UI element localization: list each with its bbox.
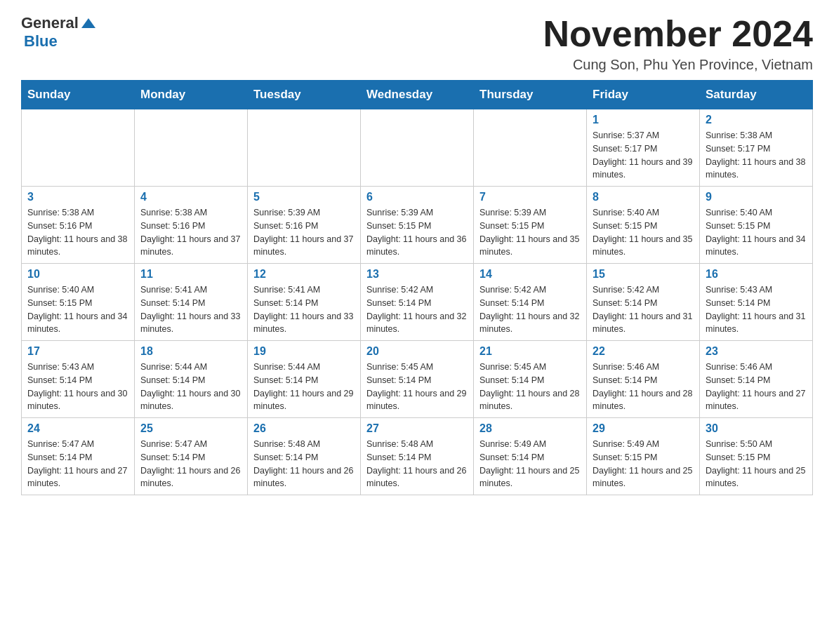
weekday-header-wednesday: Wednesday (361, 81, 474, 109)
day-number: 1 (593, 114, 694, 126)
day-info: Sunrise: 5:41 AMSunset: 5:14 PMDaylight:… (253, 283, 355, 336)
day-info: Sunrise: 5:44 AMSunset: 5:14 PMDaylight:… (140, 361, 241, 413)
calendar-table: SundayMondayTuesdayWednesdayThursdayFrid… (21, 80, 813, 495)
day-number: 24 (27, 422, 128, 435)
day-cell: 19Sunrise: 5:44 AMSunset: 5:14 PMDayligh… (248, 341, 361, 418)
day-cell (474, 109, 587, 187)
weekday-header-sunday: Sunday (22, 81, 135, 109)
day-number: 26 (253, 422, 355, 435)
day-info: Sunrise: 5:41 AMSunset: 5:14 PMDaylight:… (140, 283, 241, 336)
day-number: 12 (253, 268, 355, 281)
day-info: Sunrise: 5:50 AMSunset: 5:15 PMDaylight:… (706, 438, 807, 490)
day-info: Sunrise: 5:43 AMSunset: 5:14 PMDaylight:… (706, 283, 807, 336)
day-cell: 24Sunrise: 5:47 AMSunset: 5:14 PMDayligh… (22, 418, 135, 495)
day-cell: 13Sunrise: 5:42 AMSunset: 5:14 PMDayligh… (361, 264, 474, 341)
weekday-header-friday: Friday (587, 81, 700, 109)
day-cell: 11Sunrise: 5:41 AMSunset: 5:14 PMDayligh… (135, 264, 248, 341)
day-info: Sunrise: 5:47 AMSunset: 5:14 PMDaylight:… (27, 438, 128, 490)
day-cell: 23Sunrise: 5:46 AMSunset: 5:14 PMDayligh… (700, 341, 813, 418)
day-number: 27 (366, 422, 468, 435)
day-info: Sunrise: 5:38 AMSunset: 5:16 PMDaylight:… (27, 206, 128, 259)
day-cell: 27Sunrise: 5:48 AMSunset: 5:14 PMDayligh… (361, 418, 474, 495)
day-cell (135, 109, 248, 187)
logo: General Blue (21, 14, 95, 51)
day-info: Sunrise: 5:38 AMSunset: 5:16 PMDaylight:… (140, 206, 241, 259)
day-number: 20 (366, 345, 468, 358)
day-number: 25 (140, 422, 241, 435)
day-number: 30 (706, 422, 807, 435)
day-info: Sunrise: 5:43 AMSunset: 5:14 PMDaylight:… (27, 361, 128, 413)
day-number: 7 (479, 191, 581, 203)
day-info: Sunrise: 5:47 AMSunset: 5:14 PMDaylight:… (140, 438, 241, 490)
day-number: 9 (706, 191, 807, 203)
day-number: 22 (593, 345, 694, 358)
day-cell: 17Sunrise: 5:43 AMSunset: 5:14 PMDayligh… (22, 341, 135, 418)
week-row-5: 24Sunrise: 5:47 AMSunset: 5:14 PMDayligh… (22, 418, 813, 495)
day-number: 13 (366, 268, 468, 281)
day-number: 16 (706, 268, 807, 281)
week-row-1: 1Sunrise: 5:37 AMSunset: 5:17 PMDaylight… (22, 109, 813, 187)
day-cell: 7Sunrise: 5:39 AMSunset: 5:15 PMDaylight… (474, 187, 587, 264)
day-info: Sunrise: 5:42 AMSunset: 5:14 PMDaylight:… (366, 283, 468, 336)
day-info: Sunrise: 5:49 AMSunset: 5:14 PMDaylight:… (479, 438, 581, 490)
day-number: 6 (366, 191, 468, 203)
day-number: 15 (593, 268, 694, 281)
weekday-header-monday: Monday (135, 81, 248, 109)
day-cell: 26Sunrise: 5:48 AMSunset: 5:14 PMDayligh… (248, 418, 361, 495)
day-info: Sunrise: 5:39 AMSunset: 5:16 PMDaylight:… (253, 206, 355, 259)
day-number: 8 (593, 191, 694, 203)
day-cell (361, 109, 474, 187)
week-row-2: 3Sunrise: 5:38 AMSunset: 5:16 PMDaylight… (22, 187, 813, 264)
day-cell: 9Sunrise: 5:40 AMSunset: 5:15 PMDaylight… (700, 187, 813, 264)
week-row-4: 17Sunrise: 5:43 AMSunset: 5:14 PMDayligh… (22, 341, 813, 418)
day-info: Sunrise: 5:45 AMSunset: 5:14 PMDaylight:… (366, 361, 468, 413)
day-cell: 12Sunrise: 5:41 AMSunset: 5:14 PMDayligh… (248, 264, 361, 341)
day-info: Sunrise: 5:46 AMSunset: 5:14 PMDaylight:… (706, 361, 807, 413)
weekday-header-row: SundayMondayTuesdayWednesdayThursdayFrid… (22, 81, 813, 109)
day-number: 17 (27, 345, 128, 358)
logo-general: General (21, 14, 79, 32)
day-number: 10 (27, 268, 128, 281)
day-cell (248, 109, 361, 187)
logo-blue: Blue (24, 32, 58, 50)
page-header: General Blue November 2024 Cung Son, Phu… (21, 14, 813, 73)
day-info: Sunrise: 5:38 AMSunset: 5:17 PMDaylight:… (706, 129, 807, 182)
day-info: Sunrise: 5:40 AMSunset: 5:15 PMDaylight:… (27, 283, 128, 336)
weekday-header-tuesday: Tuesday (248, 81, 361, 109)
title-block: November 2024 Cung Son, Phu Yen Province… (543, 14, 813, 73)
day-cell (22, 109, 135, 187)
day-cell: 5Sunrise: 5:39 AMSunset: 5:16 PMDaylight… (248, 187, 361, 264)
day-info: Sunrise: 5:46 AMSunset: 5:14 PMDaylight:… (593, 361, 694, 413)
day-number: 28 (479, 422, 581, 435)
day-number: 3 (27, 191, 128, 203)
day-cell: 4Sunrise: 5:38 AMSunset: 5:16 PMDaylight… (135, 187, 248, 264)
day-number: 18 (140, 345, 241, 358)
day-cell: 10Sunrise: 5:40 AMSunset: 5:15 PMDayligh… (22, 264, 135, 341)
day-info: Sunrise: 5:42 AMSunset: 5:14 PMDaylight:… (479, 283, 581, 336)
location-subtitle: Cung Son, Phu Yen Province, Vietnam (543, 57, 813, 73)
day-number: 11 (140, 268, 241, 281)
day-number: 4 (140, 191, 241, 203)
day-info: Sunrise: 5:48 AMSunset: 5:14 PMDaylight:… (366, 438, 468, 490)
month-title: November 2024 (543, 14, 813, 54)
weekday-header-thursday: Thursday (474, 81, 587, 109)
day-info: Sunrise: 5:42 AMSunset: 5:14 PMDaylight:… (593, 283, 694, 336)
day-info: Sunrise: 5:37 AMSunset: 5:17 PMDaylight:… (593, 129, 694, 182)
day-info: Sunrise: 5:45 AMSunset: 5:14 PMDaylight:… (479, 361, 581, 413)
day-cell: 22Sunrise: 5:46 AMSunset: 5:14 PMDayligh… (587, 341, 700, 418)
day-cell: 25Sunrise: 5:47 AMSunset: 5:14 PMDayligh… (135, 418, 248, 495)
day-cell: 2Sunrise: 5:38 AMSunset: 5:17 PMDaylight… (700, 109, 813, 187)
day-cell: 29Sunrise: 5:49 AMSunset: 5:15 PMDayligh… (587, 418, 700, 495)
day-number: 21 (479, 345, 581, 358)
day-cell: 6Sunrise: 5:39 AMSunset: 5:15 PMDaylight… (361, 187, 474, 264)
day-cell: 3Sunrise: 5:38 AMSunset: 5:16 PMDaylight… (22, 187, 135, 264)
day-number: 14 (479, 268, 581, 281)
day-cell: 1Sunrise: 5:37 AMSunset: 5:17 PMDaylight… (587, 109, 700, 187)
day-cell: 20Sunrise: 5:45 AMSunset: 5:14 PMDayligh… (361, 341, 474, 418)
day-info: Sunrise: 5:39 AMSunset: 5:15 PMDaylight:… (366, 206, 468, 259)
day-info: Sunrise: 5:44 AMSunset: 5:14 PMDaylight:… (253, 361, 355, 413)
day-info: Sunrise: 5:40 AMSunset: 5:15 PMDaylight:… (593, 206, 694, 259)
day-cell: 15Sunrise: 5:42 AMSunset: 5:14 PMDayligh… (587, 264, 700, 341)
day-number: 29 (593, 422, 694, 435)
day-info: Sunrise: 5:40 AMSunset: 5:15 PMDaylight:… (706, 206, 807, 259)
